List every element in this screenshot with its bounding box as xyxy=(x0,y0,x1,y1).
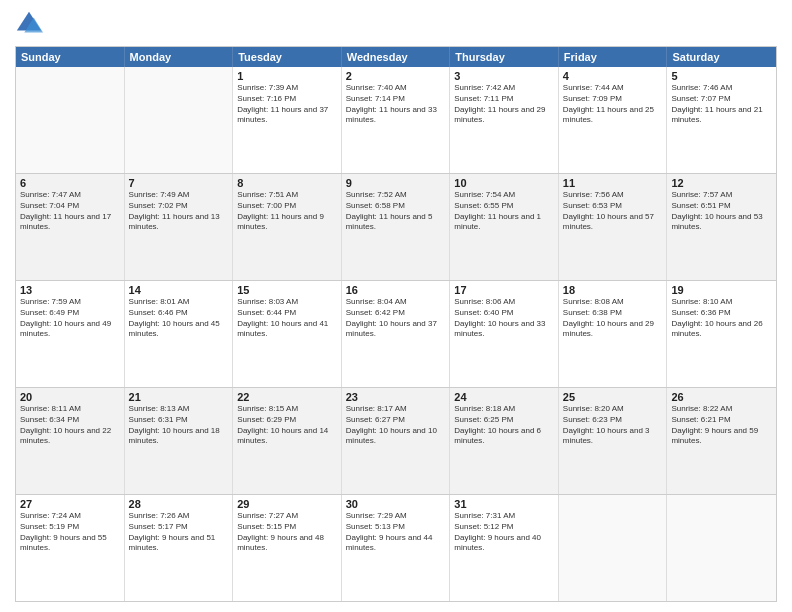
page: SundayMondayTuesdayWednesdayThursdayFrid… xyxy=(0,0,792,612)
day-number: 6 xyxy=(20,177,120,189)
day-number: 7 xyxy=(129,177,229,189)
day-info: Sunrise: 7:26 AM Sunset: 5:17 PM Dayligh… xyxy=(129,511,229,554)
day-info: Sunrise: 8:08 AM Sunset: 6:38 PM Dayligh… xyxy=(563,297,663,340)
day-number: 14 xyxy=(129,284,229,296)
weekday-header-saturday: Saturday xyxy=(667,47,776,67)
calendar-cell: 17Sunrise: 8:06 AM Sunset: 6:40 PM Dayli… xyxy=(450,281,559,387)
calendar-cell: 11Sunrise: 7:56 AM Sunset: 6:53 PM Dayli… xyxy=(559,174,668,280)
calendar-week-1: 1Sunrise: 7:39 AM Sunset: 7:16 PM Daylig… xyxy=(16,67,776,174)
calendar-week-3: 13Sunrise: 7:59 AM Sunset: 6:49 PM Dayli… xyxy=(16,281,776,388)
day-info: Sunrise: 7:49 AM Sunset: 7:02 PM Dayligh… xyxy=(129,190,229,233)
day-info: Sunrise: 8:10 AM Sunset: 6:36 PM Dayligh… xyxy=(671,297,772,340)
calendar-cell xyxy=(559,495,668,601)
day-info: Sunrise: 8:13 AM Sunset: 6:31 PM Dayligh… xyxy=(129,404,229,447)
day-number: 4 xyxy=(563,70,663,82)
calendar-cell: 20Sunrise: 8:11 AM Sunset: 6:34 PM Dayli… xyxy=(16,388,125,494)
day-info: Sunrise: 7:27 AM Sunset: 5:15 PM Dayligh… xyxy=(237,511,337,554)
day-number: 1 xyxy=(237,70,337,82)
calendar-cell: 25Sunrise: 8:20 AM Sunset: 6:23 PM Dayli… xyxy=(559,388,668,494)
calendar-cell: 3Sunrise: 7:42 AM Sunset: 7:11 PM Daylig… xyxy=(450,67,559,173)
calendar-week-4: 20Sunrise: 8:11 AM Sunset: 6:34 PM Dayli… xyxy=(16,388,776,495)
day-number: 9 xyxy=(346,177,446,189)
weekday-header-thursday: Thursday xyxy=(450,47,559,67)
day-number: 13 xyxy=(20,284,120,296)
calendar-week-2: 6Sunrise: 7:47 AM Sunset: 7:04 PM Daylig… xyxy=(16,174,776,281)
day-info: Sunrise: 7:52 AM Sunset: 6:58 PM Dayligh… xyxy=(346,190,446,233)
calendar-cell: 28Sunrise: 7:26 AM Sunset: 5:17 PM Dayli… xyxy=(125,495,234,601)
day-number: 28 xyxy=(129,498,229,510)
day-number: 17 xyxy=(454,284,554,296)
day-info: Sunrise: 8:04 AM Sunset: 6:42 PM Dayligh… xyxy=(346,297,446,340)
day-number: 16 xyxy=(346,284,446,296)
calendar-cell: 24Sunrise: 8:18 AM Sunset: 6:25 PM Dayli… xyxy=(450,388,559,494)
day-number: 22 xyxy=(237,391,337,403)
day-number: 27 xyxy=(20,498,120,510)
calendar-cell xyxy=(16,67,125,173)
day-info: Sunrise: 7:57 AM Sunset: 6:51 PM Dayligh… xyxy=(671,190,772,233)
calendar-cell: 18Sunrise: 8:08 AM Sunset: 6:38 PM Dayli… xyxy=(559,281,668,387)
calendar-cell: 10Sunrise: 7:54 AM Sunset: 6:55 PM Dayli… xyxy=(450,174,559,280)
day-info: Sunrise: 7:51 AM Sunset: 7:00 PM Dayligh… xyxy=(237,190,337,233)
day-number: 31 xyxy=(454,498,554,510)
day-info: Sunrise: 8:06 AM Sunset: 6:40 PM Dayligh… xyxy=(454,297,554,340)
day-number: 24 xyxy=(454,391,554,403)
calendar-cell xyxy=(125,67,234,173)
calendar-body: 1Sunrise: 7:39 AM Sunset: 7:16 PM Daylig… xyxy=(16,67,776,601)
calendar-cell: 1Sunrise: 7:39 AM Sunset: 7:16 PM Daylig… xyxy=(233,67,342,173)
day-info: Sunrise: 7:54 AM Sunset: 6:55 PM Dayligh… xyxy=(454,190,554,233)
day-info: Sunrise: 7:59 AM Sunset: 6:49 PM Dayligh… xyxy=(20,297,120,340)
day-info: Sunrise: 7:24 AM Sunset: 5:19 PM Dayligh… xyxy=(20,511,120,554)
day-number: 18 xyxy=(563,284,663,296)
calendar-cell: 5Sunrise: 7:46 AM Sunset: 7:07 PM Daylig… xyxy=(667,67,776,173)
calendar-cell: 4Sunrise: 7:44 AM Sunset: 7:09 PM Daylig… xyxy=(559,67,668,173)
calendar-cell: 30Sunrise: 7:29 AM Sunset: 5:13 PM Dayli… xyxy=(342,495,451,601)
day-info: Sunrise: 8:03 AM Sunset: 6:44 PM Dayligh… xyxy=(237,297,337,340)
calendar-cell: 16Sunrise: 8:04 AM Sunset: 6:42 PM Dayli… xyxy=(342,281,451,387)
day-number: 25 xyxy=(563,391,663,403)
calendar-cell: 21Sunrise: 8:13 AM Sunset: 6:31 PM Dayli… xyxy=(125,388,234,494)
day-info: Sunrise: 8:20 AM Sunset: 6:23 PM Dayligh… xyxy=(563,404,663,447)
calendar-cell: 9Sunrise: 7:52 AM Sunset: 6:58 PM Daylig… xyxy=(342,174,451,280)
day-info: Sunrise: 7:31 AM Sunset: 5:12 PM Dayligh… xyxy=(454,511,554,554)
calendar-cell: 2Sunrise: 7:40 AM Sunset: 7:14 PM Daylig… xyxy=(342,67,451,173)
logo xyxy=(15,10,47,38)
calendar-header: SundayMondayTuesdayWednesdayThursdayFrid… xyxy=(16,47,776,67)
day-number: 5 xyxy=(671,70,772,82)
day-info: Sunrise: 8:17 AM Sunset: 6:27 PM Dayligh… xyxy=(346,404,446,447)
day-number: 30 xyxy=(346,498,446,510)
day-number: 2 xyxy=(346,70,446,82)
calendar-cell xyxy=(667,495,776,601)
calendar-cell: 12Sunrise: 7:57 AM Sunset: 6:51 PM Dayli… xyxy=(667,174,776,280)
day-info: Sunrise: 8:01 AM Sunset: 6:46 PM Dayligh… xyxy=(129,297,229,340)
day-info: Sunrise: 7:46 AM Sunset: 7:07 PM Dayligh… xyxy=(671,83,772,126)
day-info: Sunrise: 7:42 AM Sunset: 7:11 PM Dayligh… xyxy=(454,83,554,126)
logo-icon xyxy=(15,10,43,38)
calendar-cell: 31Sunrise: 7:31 AM Sunset: 5:12 PM Dayli… xyxy=(450,495,559,601)
day-number: 15 xyxy=(237,284,337,296)
weekday-header-monday: Monday xyxy=(125,47,234,67)
calendar-cell: 7Sunrise: 7:49 AM Sunset: 7:02 PM Daylig… xyxy=(125,174,234,280)
day-number: 23 xyxy=(346,391,446,403)
day-info: Sunrise: 8:22 AM Sunset: 6:21 PM Dayligh… xyxy=(671,404,772,447)
weekday-header-friday: Friday xyxy=(559,47,668,67)
calendar-cell: 26Sunrise: 8:22 AM Sunset: 6:21 PM Dayli… xyxy=(667,388,776,494)
day-info: Sunrise: 7:56 AM Sunset: 6:53 PM Dayligh… xyxy=(563,190,663,233)
calendar-cell: 6Sunrise: 7:47 AM Sunset: 7:04 PM Daylig… xyxy=(16,174,125,280)
calendar-cell: 23Sunrise: 8:17 AM Sunset: 6:27 PM Dayli… xyxy=(342,388,451,494)
day-info: Sunrise: 8:15 AM Sunset: 6:29 PM Dayligh… xyxy=(237,404,337,447)
calendar-cell: 27Sunrise: 7:24 AM Sunset: 5:19 PM Dayli… xyxy=(16,495,125,601)
day-info: Sunrise: 7:39 AM Sunset: 7:16 PM Dayligh… xyxy=(237,83,337,126)
day-number: 11 xyxy=(563,177,663,189)
calendar: SundayMondayTuesdayWednesdayThursdayFrid… xyxy=(15,46,777,602)
weekday-header-sunday: Sunday xyxy=(16,47,125,67)
calendar-cell: 13Sunrise: 7:59 AM Sunset: 6:49 PM Dayli… xyxy=(16,281,125,387)
day-info: Sunrise: 7:29 AM Sunset: 5:13 PM Dayligh… xyxy=(346,511,446,554)
calendar-cell: 15Sunrise: 8:03 AM Sunset: 6:44 PM Dayli… xyxy=(233,281,342,387)
day-number: 10 xyxy=(454,177,554,189)
calendar-cell: 22Sunrise: 8:15 AM Sunset: 6:29 PM Dayli… xyxy=(233,388,342,494)
day-number: 12 xyxy=(671,177,772,189)
day-number: 26 xyxy=(671,391,772,403)
calendar-cell: 29Sunrise: 7:27 AM Sunset: 5:15 PM Dayli… xyxy=(233,495,342,601)
day-number: 20 xyxy=(20,391,120,403)
day-info: Sunrise: 7:40 AM Sunset: 7:14 PM Dayligh… xyxy=(346,83,446,126)
